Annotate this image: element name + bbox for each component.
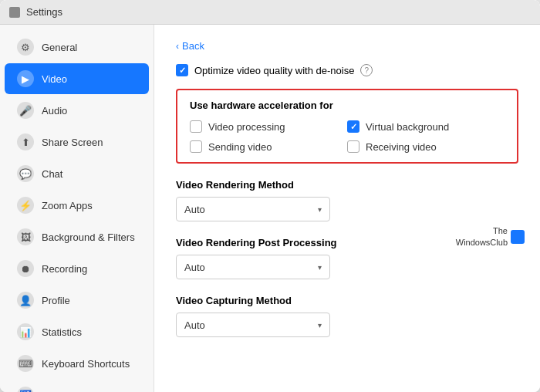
sidebar: ⚙ General ▶ Video 🎤 Audio ⬆ Share Screen… [0,25,154,392]
sidebar-label-statistics: Statistics [42,326,82,338]
sidebar-item-accessibility[interactable]: ♿ Accessibility [5,380,149,392]
sidebar-item-keyboard-shortcuts[interactable]: ⌨ Keyboard Shortcuts [5,348,149,379]
hw-accel-title: Use hardware acceleration for [190,100,505,111]
sidebar-label-zoom-apps: Zoom Apps [42,200,93,211]
profile-icon: 👤 [17,292,34,309]
sending-video-label: Sending video [208,141,272,153]
recording-icon: ⏺ [17,260,34,277]
info-icon[interactable]: ? [360,64,373,76]
sidebar-label-accessibility: Accessibility [42,390,96,393]
chevron-down-icon-3: ▾ [318,321,322,329]
share-screen-icon: ⬆ [17,133,34,150]
sidebar-item-background-filters[interactable]: 🖼 Background & Filters [5,221,149,252]
hw-option-receiving-video: Receiving video [347,140,505,153]
sidebar-label-profile: Profile [42,295,70,306]
zoom-apps-icon: ⚡ [17,197,34,214]
sidebar-item-audio[interactable]: 🎤 Audio [5,95,149,126]
audio-icon: 🎤 [17,102,34,119]
video-capturing-select[interactable]: Auto ▾ [176,313,330,337]
watermark-line1: The [493,226,508,235]
sidebar-label-share-screen: Share Screen [42,137,103,148]
optimize-row: Optimize video quality with de-noise ? [176,64,518,76]
sidebar-item-chat[interactable]: 💬 Chat [5,158,149,189]
statistics-icon: 📊 [17,323,34,340]
video-rendering-section: Video Rendering Method Auto ▾ [176,179,518,221]
sidebar-item-video[interactable]: ▶ Video [5,63,149,94]
title-bar: Settings [0,0,540,25]
sidebar-label-background-filters: Background & Filters [42,231,135,243]
receiving-video-label: Receiving video [366,141,437,153]
video-capturing-value: Auto [184,319,205,331]
settings-icon [9,7,20,18]
video-icon: ▶ [17,70,34,87]
sidebar-item-share-screen[interactable]: ⬆ Share Screen [5,127,149,157]
sidebar-item-zoom-apps[interactable]: ⚡ Zoom Apps [5,190,149,221]
chat-icon: 💬 [17,165,34,182]
chevron-down-icon: ▾ [318,205,322,214]
video-rendering-post-select[interactable]: Auto ▾ [176,255,330,279]
sidebar-item-statistics[interactable]: 📊 Statistics [5,316,149,347]
hw-option-video-processing: Video processing [190,120,347,133]
video-rendering-post-value: Auto [184,262,205,273]
settings-window: Settings ⚙ General ▶ Video 🎤 Audio ⬆ Sha… [0,0,540,392]
watermark-icon [511,230,525,244]
content-area: ⚙ General ▶ Video 🎤 Audio ⬆ Share Screen… [0,25,540,392]
video-capturing-title: Video Capturing Method [176,295,518,306]
optimize-label: Optimize video quality with de-noise [194,65,354,76]
sidebar-label-video: Video [42,73,67,85]
video-processing-checkbox[interactable] [190,120,202,133]
sidebar-label-recording: Recording [42,263,87,275]
virtual-background-label: Virtual background [366,121,449,133]
back-button[interactable]: ‹ Back [176,40,518,52]
receiving-video-checkbox[interactable] [347,140,359,153]
video-rendering-value: Auto [184,204,205,215]
hw-option-virtual-background: Virtual background [347,120,505,133]
virtual-background-checkbox[interactable] [347,120,359,133]
optimize-checkbox[interactable] [176,64,188,76]
sidebar-label-chat: Chat [42,168,62,180]
window-title: Settings [26,6,62,18]
back-chevron-icon: ‹ [176,41,179,52]
keyboard-shortcuts-icon: ⌨ [17,355,34,372]
sidebar-label-general: General [42,42,77,53]
hw-option-sending-video: Sending video [190,140,347,153]
general-icon: ⚙ [17,39,34,56]
chevron-down-icon-2: ▾ [318,263,322,272]
hw-accel-options: Video processingVirtual backgroundSendin… [190,120,505,153]
sidebar-label-audio: Audio [42,105,67,117]
main-panel: ‹ Back Optimize video quality with de-no… [154,25,540,392]
sending-video-checkbox[interactable] [190,140,202,153]
sidebar-item-recording[interactable]: ⏺ Recording [5,253,149,284]
back-label: Back [182,40,204,52]
video-rendering-select[interactable]: Auto ▾ [176,197,330,221]
video-capturing-section: Video Capturing Method Auto ▾ [176,295,518,337]
watermark: The WindowsClub [456,225,525,249]
video-rendering-title: Video Rendering Method [176,179,518,191]
watermark-line2: WindowsClub [456,238,508,247]
sidebar-label-keyboard-shortcuts: Keyboard Shortcuts [42,358,130,370]
accessibility-icon: ♿ [17,387,34,392]
sidebar-item-profile[interactable]: 👤 Profile [5,285,149,316]
sidebar-item-general[interactable]: ⚙ General [5,32,149,63]
background-filters-icon: 🖼 [17,228,34,245]
hw-accel-box: Use hardware acceleration for Video proc… [176,89,518,164]
video-processing-label: Video processing [208,121,285,133]
